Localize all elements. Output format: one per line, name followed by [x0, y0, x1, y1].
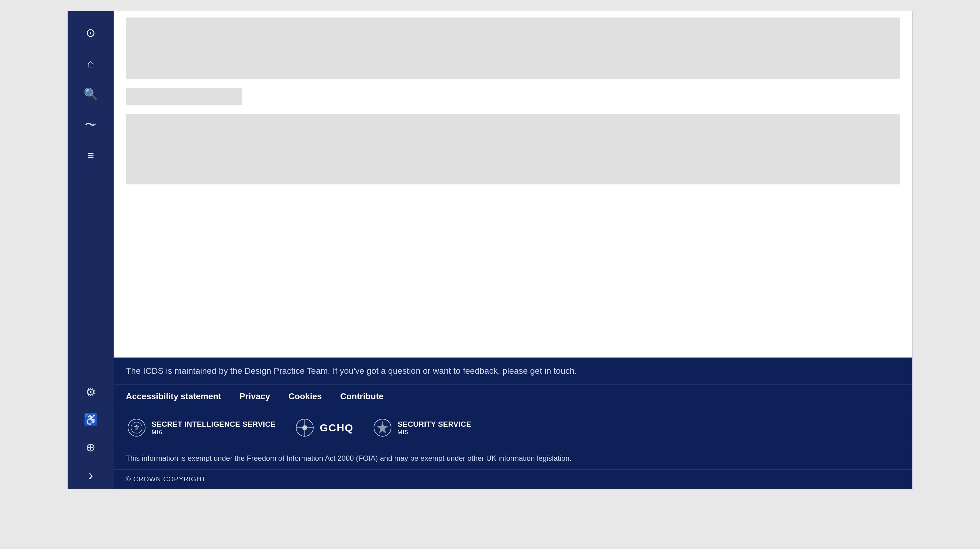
- sidebar-item-explore[interactable]: ⊙: [68, 18, 114, 48]
- contribute-link[interactable]: Contribute: [340, 391, 384, 401]
- sis-logo-text: SECRET INTELLIGENCE SERVICE MI6: [151, 419, 275, 436]
- search-icon: 🔍: [84, 87, 98, 101]
- sidebar-bottom: ⚙ ♿ ⊕ ›: [68, 378, 114, 489]
- chart-icon: 〜: [85, 117, 97, 133]
- svg-text:⚜: ⚜: [133, 423, 140, 432]
- skeleton-block-medium: [126, 88, 242, 105]
- accessibility-icon: ♿: [84, 413, 98, 426]
- chat-icon: ≡: [87, 149, 94, 162]
- sidebar-item-settings[interactable]: ⚙: [68, 378, 114, 406]
- content-area: [114, 11, 912, 358]
- browser-window: ⊙ ⌂ 🔍 〜 ≡ ⚙ ♿ ⊕ ›: [67, 11, 913, 489]
- gchq-crest-icon: [294, 417, 315, 438]
- compass-icon: ⊙: [86, 26, 95, 40]
- footer-message: The ICDS is maintained by the Design Pra…: [114, 358, 912, 385]
- sidebar-item-analytics[interactable]: 〜: [68, 109, 114, 140]
- sidebar-item-accessibility[interactable]: ♿: [68, 406, 114, 433]
- sis-logo: ⚜ SECRET INTELLIGENCE SERVICE MI6: [126, 417, 275, 438]
- gchq-logo: GCHQ: [294, 417, 353, 438]
- footer-copyright: © CROWN COPYRIGHT: [114, 469, 912, 489]
- gchq-logo-text: GCHQ: [320, 421, 353, 434]
- skeleton-block-large: [126, 18, 900, 79]
- accessibility-statement-link[interactable]: Accessibility statement: [126, 391, 221, 401]
- mi5-logo: SECURITY SERVICE MI5: [372, 417, 471, 438]
- footer-nav: Accessibility statement Privacy Cookies …: [114, 385, 912, 408]
- sidebar-item-messages[interactable]: ≡: [68, 140, 114, 171]
- privacy-link[interactable]: Privacy: [240, 391, 270, 401]
- sis-crest-icon: ⚜: [126, 417, 147, 438]
- chevron-right-icon: ›: [88, 466, 94, 484]
- svg-marker-8: [376, 421, 389, 434]
- mi5-crest-icon: [372, 417, 393, 438]
- footer: The ICDS is maintained by the Design Pra…: [114, 358, 912, 489]
- sidebar: ⊙ ⌂ 🔍 〜 ≡ ⚙ ♿ ⊕ ›: [68, 11, 114, 489]
- skeleton-block-second: [126, 114, 900, 185]
- footer-logos: ⚜ SECRET INTELLIGENCE SERVICE MI6: [114, 408, 912, 447]
- sidebar-item-home[interactable]: ⌂: [68, 48, 114, 79]
- sidebar-item-search[interactable]: 🔍: [68, 79, 114, 109]
- settings-icon: ⚙: [86, 385, 96, 399]
- home-icon: ⌂: [87, 57, 94, 70]
- sidebar-item-expand[interactable]: ›: [68, 461, 114, 489]
- cookies-link[interactable]: Cookies: [288, 391, 322, 401]
- footer-legal: This information is exempt under the Fre…: [114, 447, 912, 469]
- main-content: The ICDS is maintained by the Design Pra…: [114, 11, 912, 489]
- globe-icon: ⊕: [86, 441, 95, 454]
- sidebar-item-language[interactable]: ⊕: [68, 433, 114, 461]
- mi5-logo-text: SECURITY SERVICE MI5: [398, 419, 471, 436]
